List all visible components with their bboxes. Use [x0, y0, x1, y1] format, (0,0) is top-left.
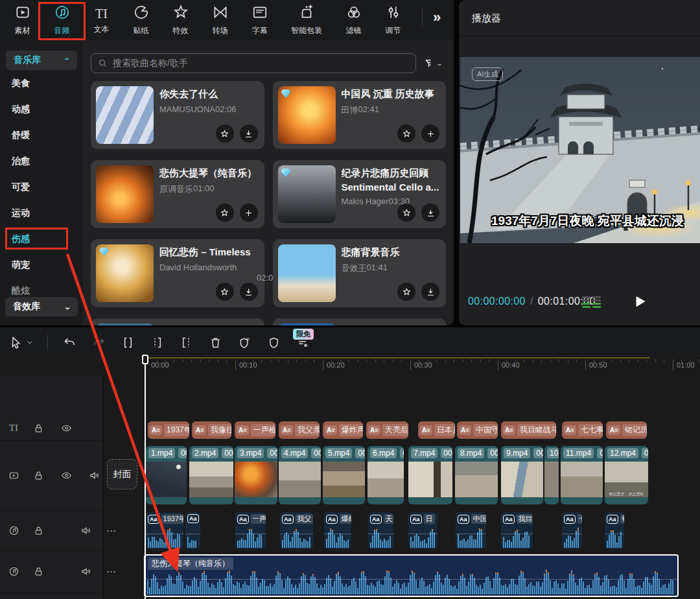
voiceover-clip[interactable]: Aa中国	[456, 512, 486, 549]
text-clip[interactable]: A≡1937年	[148, 421, 189, 439]
toolbar-expand-button[interactable]: »	[433, 9, 441, 26]
text-clip[interactable]: A≡爆炸声	[323, 421, 363, 439]
select-tool-dropdown[interactable]	[26, 335, 34, 350]
filter-button[interactable]: ⌄	[424, 58, 446, 69]
music-card[interactable]: 悲伤大提琴（纯音乐） 原调音乐01:00	[91, 160, 264, 228]
sidebar-item-sport[interactable]: 运动	[0, 200, 83, 226]
search-input[interactable]: 搜索歌曲名称/歌手	[91, 53, 416, 73]
timeline-ruler[interactable]: 00:00 00:10 00:20 00:30 00:40 00:50 01:0…	[0, 357, 700, 375]
tab-effects[interactable]: 特效	[161, 4, 200, 36]
smart-mask-ai-button[interactable]: AI	[237, 335, 252, 350]
video-clip[interactable]: 3.mp400	[235, 446, 277, 504]
favorite-button[interactable]	[397, 204, 415, 222]
tab-filter[interactable]: 滤镜	[334, 4, 373, 36]
music-card[interactable]: 浮生皆纵 恍如一梦	[273, 318, 447, 325]
voiceover-clip[interactable]: Aa一声	[235, 512, 266, 549]
tab-media[interactable]: 素材	[3, 4, 42, 36]
favorite-button[interactable]	[397, 124, 415, 143]
sidebar-item-sad[interactable]: 伤感	[0, 226, 83, 252]
tab-audio[interactable]: 音频	[42, 4, 82, 36]
favorite-button[interactable]	[216, 124, 234, 143]
sidebar-item-cute[interactable]: 可爱	[0, 174, 83, 200]
video-clip[interactable]: 5.mp400	[323, 446, 365, 504]
music-clip-selected[interactable]: 悲伤大提琴（纯音乐）	[144, 554, 679, 597]
eye-icon[interactable]	[56, 423, 76, 434]
video-clip[interactable]: 6.mp400	[368, 446, 404, 504]
favorite-button[interactable]	[397, 283, 415, 301]
favorite-button[interactable]	[216, 204, 234, 222]
download-button[interactable]	[240, 124, 258, 143]
speaker-icon[interactable]	[76, 566, 95, 577]
voiceover-clip[interactable]: Aa七	[562, 512, 582, 549]
voiceover-clip[interactable]: Aa天	[368, 512, 393, 549]
video-clip[interactable]: 12.mp40铭记历史，勿忘国耻	[605, 446, 648, 504]
playhead-line[interactable]	[145, 364, 146, 599]
tab-text[interactable]: TI 文本	[82, 5, 121, 35]
mask-button[interactable]	[266, 335, 281, 350]
add-button[interactable]	[421, 124, 439, 143]
speaker-icon[interactable]	[84, 470, 104, 481]
split-keep-left-button[interactable]	[149, 335, 165, 350]
eye-icon[interactable]	[56, 470, 76, 481]
speaker-icon[interactable]	[76, 525, 95, 536]
tab-captions[interactable]: 字幕	[240, 4, 279, 36]
sidebar-item-healing[interactable]: 治愈	[0, 148, 83, 174]
text-clip[interactable]: A≡一声枪	[235, 421, 275, 439]
sidebar-item-dynamic[interactable]: 动感	[0, 96, 83, 122]
download-button[interactable]	[421, 204, 439, 222]
sidebar-item-food[interactable]: 美食	[0, 70, 83, 96]
music-card[interactable]: 纪录片悲痛历史回顾 Sentimental Cello a... Makis H…	[273, 160, 447, 228]
video-clip[interactable]: 9.mp400	[501, 446, 543, 504]
music-library-toggle[interactable]: 音乐库 ⌃	[6, 51, 77, 70]
text-clip[interactable]: A≡中国守军	[457, 421, 498, 439]
text-clip[interactable]: A≡我目睹战斗	[501, 421, 556, 439]
video-clip[interactable]: 2.mp400	[189, 446, 233, 504]
tab-sticker[interactable]: 贴纸	[121, 4, 161, 36]
voiceover-clip[interactable]: Aa1937年	[146, 512, 183, 549]
music-card[interactable]: 悲痛背景音乐 音效王01:41	[273, 239, 447, 307]
music-card[interactable]: 中国风 沉重 历史故事 田博02:41	[273, 81, 447, 149]
undo-button[interactable]	[62, 335, 77, 350]
video-preview[interactable]: AI生成 1937年7月7日夜晚 宛平县城还沉浸	[460, 57, 700, 243]
lock-icon[interactable]	[29, 470, 48, 481]
delete-button[interactable]	[207, 335, 223, 350]
text-clip[interactable]: A≡日本兵	[418, 421, 455, 439]
music-card[interactable]: 悲痛背景音乐（前辑	[91, 318, 264, 325]
sidebar-item-pets[interactable]: 萌宠	[0, 252, 83, 277]
video-clip[interactable]: 11.mp400	[561, 446, 603, 504]
video-clip[interactable]: 1.mp400	[146, 446, 187, 504]
lock-icon[interactable]	[29, 566, 48, 577]
voiceover-clip[interactable]: Aa爆炸	[324, 512, 351, 549]
more-options-button[interactable]: ⋯	[102, 566, 121, 578]
text-clip[interactable]: A≡天亮后	[366, 421, 408, 439]
voiceover-clip[interactable]: Aa我目	[501, 512, 533, 549]
video-clip[interactable]: 7.mp400	[408, 446, 452, 504]
select-tool-button[interactable]	[8, 335, 23, 350]
redo-button[interactable]	[91, 335, 106, 350]
text-clip[interactable]: A≡七七事	[562, 421, 603, 439]
favorite-button[interactable]	[216, 283, 234, 301]
text-clip[interactable]: A≡我父亲	[279, 421, 320, 439]
tab-adjust[interactable]: 调节	[373, 4, 413, 36]
playhead-handle[interactable]	[142, 355, 148, 364]
video-clip[interactable]: 8.mp400	[455, 446, 498, 504]
download-button[interactable]	[240, 283, 258, 301]
text-clip[interactable]: A≡我像往常	[192, 421, 231, 439]
sidebar-item-soothing[interactable]: 舒缓	[0, 122, 83, 148]
tab-smart-package[interactable]: 智能包装	[279, 4, 334, 36]
text-clip[interactable]: A≡铭记历	[606, 421, 647, 439]
split-keep-right-button[interactable]	[178, 335, 194, 350]
music-card[interactable]: 你失去了什么 MAMUSUONA02:06	[91, 81, 264, 149]
voiceover-clip[interactable]: Aa铭	[605, 512, 624, 549]
voiceover-clip[interactable]: Aa日	[408, 512, 438, 549]
lock-icon[interactable]	[29, 525, 48, 536]
tab-transition[interactable]: 转场	[200, 4, 240, 36]
video-clip[interactable]: 10.	[544, 446, 559, 504]
add-button[interactable]	[240, 204, 258, 222]
video-clip[interactable]: 4.mp400	[279, 446, 321, 504]
download-button[interactable]	[421, 283, 439, 301]
sound-effects-library-toggle[interactable]: 音效库 ⌄	[5, 297, 78, 316]
lock-icon[interactable]	[29, 423, 48, 434]
more-options-button[interactable]: ⋯	[102, 525, 121, 537]
audio-meter-icon[interactable]	[582, 296, 601, 308]
